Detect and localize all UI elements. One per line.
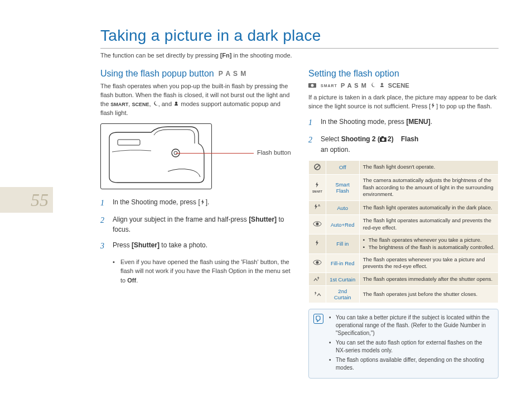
table-row: Fill in The flash operates whenever you … bbox=[309, 234, 499, 253]
first-curtain-icon bbox=[309, 273, 326, 286]
page-title: Taking a picture in a dark place bbox=[100, 27, 499, 45]
left-column: Using the flash popup button P A S M The… bbox=[100, 69, 291, 379]
table-row: 1st Curtain The flash operates immediate… bbox=[309, 273, 499, 286]
flash-button-label: Flash button bbox=[257, 149, 291, 156]
table-row: SMART Smart Flash The camera automatical… bbox=[309, 174, 499, 200]
mode-icons-row: SMART P A S M SCENE bbox=[308, 82, 499, 89]
fillin-icon bbox=[309, 234, 326, 253]
night-mode-icon bbox=[153, 100, 158, 109]
intro-right: If a picture is taken in a dark place, t… bbox=[308, 93, 499, 111]
table-row: 2nd Curtain The flash operates just befo… bbox=[309, 286, 499, 303]
subtitle: The function can be set directly by pres… bbox=[100, 52, 499, 59]
step-1: 1 In the Shooting mode, press []. bbox=[100, 197, 291, 209]
second-curtain-icon bbox=[309, 286, 326, 303]
mode-icons-pasm: P A S M bbox=[219, 70, 247, 78]
svg-point-5 bbox=[311, 84, 314, 87]
table-row: Off The flash light doesn't operate. bbox=[309, 160, 499, 174]
steps-left: 1 In the Shooting mode, press []. 2 Alig… bbox=[100, 197, 291, 252]
camera-diagram: Flash button bbox=[100, 123, 212, 189]
title-rule bbox=[100, 48, 499, 49]
tip-box: You can take a better picture if the sub… bbox=[308, 309, 499, 379]
table-row: A Auto The flash light operates automati… bbox=[309, 201, 499, 215]
svg-rect-1 bbox=[118, 140, 140, 145]
step-r1: 1 In the Shooting mode, press [MENU]. bbox=[308, 117, 499, 128]
night-icon bbox=[370, 82, 376, 89]
note-icon bbox=[313, 314, 323, 324]
step-2: 2 Align your subject in the frame and ha… bbox=[100, 214, 291, 234]
steps-right: 1 In the Shooting mode, press [MENU]. 2 … bbox=[308, 117, 499, 155]
heading-flash-popup: Using the flash popup button P A S M bbox=[100, 69, 291, 79]
heading-flash-option: Setting the flash option bbox=[308, 69, 499, 79]
smart-flash-icon: SMART bbox=[309, 174, 326, 200]
svg-point-9 bbox=[382, 138, 385, 141]
table-row: Auto+Red The flash light operates automa… bbox=[309, 215, 499, 234]
flash-icon bbox=[200, 198, 206, 208]
right-column: Setting the flash option SMART P A S M S… bbox=[308, 69, 499, 379]
off-icon bbox=[309, 160, 326, 174]
tip-item: You can set the auto flash option for ex… bbox=[329, 339, 492, 355]
svg-rect-8 bbox=[381, 136, 384, 138]
callout-line bbox=[176, 153, 254, 154]
page-content: Taking a picture in a dark place The fun… bbox=[0, 0, 532, 395]
smart-camera-icon bbox=[308, 82, 317, 89]
svg-point-6 bbox=[381, 83, 383, 85]
flash-options-table: Off The flash light doesn't operate. SMA… bbox=[308, 160, 499, 303]
scene-mode-icon: SCENE bbox=[132, 102, 149, 107]
tip-item: You can take a better picture if the sub… bbox=[329, 314, 492, 337]
tip-item: The flash options available differ, depe… bbox=[329, 356, 492, 372]
step-r2: 2 Select Shooting 2 (2) Flashan option. bbox=[308, 134, 499, 155]
auto-red-icon bbox=[309, 215, 326, 234]
svg-point-14 bbox=[316, 223, 318, 226]
svg-line-11 bbox=[315, 165, 320, 169]
page-number: 55 bbox=[0, 187, 53, 213]
auto-flash-icon: A bbox=[309, 201, 326, 215]
note-left: Even if you have opened the flash using … bbox=[113, 257, 291, 285]
table-row: Fill-in Red The flash operates whenever … bbox=[309, 253, 499, 273]
step-3: 3 Press [Shutter] to take a photo. bbox=[100, 240, 291, 252]
beauty-mode-icon bbox=[173, 100, 179, 109]
person-icon bbox=[379, 82, 385, 89]
fillin-red-icon bbox=[309, 253, 326, 273]
svg-point-16 bbox=[316, 261, 318, 264]
smart-mode-icon: SMART bbox=[110, 102, 128, 107]
intro-left: The flash operates when you pop-up the b… bbox=[100, 82, 291, 118]
camera-icon bbox=[380, 135, 388, 145]
flash-icon bbox=[431, 102, 436, 111]
svg-text:A: A bbox=[318, 204, 321, 207]
svg-point-0 bbox=[175, 102, 177, 104]
